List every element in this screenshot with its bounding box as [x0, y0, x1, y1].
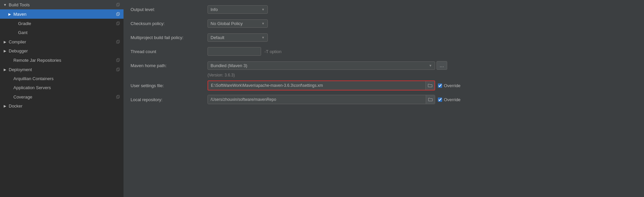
dots-label: …: [439, 63, 444, 68]
maven-home-value: Bundled (Maven 3): [211, 63, 427, 68]
user-settings-override-area: Override: [438, 83, 461, 88]
expand-arrow-build-tools: ▼: [3, 2, 7, 7]
sidebar-item-label: Gradle: [18, 21, 115, 26]
t-option-label: -T option: [264, 49, 281, 54]
sidebar-item-docker[interactable]: ▶ Docker: [0, 102, 124, 111]
local-repo-input-wrap: [208, 95, 435, 104]
thread-count-row: Thread count -T option: [131, 45, 637, 58]
maven-home-control: Bundled (Maven 3) ▼ …: [208, 61, 637, 70]
multiproject-policy-dropdown[interactable]: Default ▼: [208, 33, 268, 42]
sidebar-item-deployment[interactable]: ▶ Deployment: [0, 65, 124, 74]
output-level-dropdown[interactable]: Info ▼: [208, 5, 268, 14]
copy-icon: [115, 21, 121, 26]
multiproject-policy-row: Multiproject build fail policy: Default …: [131, 31, 637, 44]
multiproject-policy-label: Multiproject build fail policy:: [131, 35, 208, 40]
sidebar-item-label: Debugger: [9, 48, 121, 53]
sidebar-item-gradle[interactable]: ▶ Gradle: [0, 19, 124, 28]
local-repo-browse-button[interactable]: [426, 95, 435, 104]
local-repo-input[interactable]: [208, 95, 426, 104]
sidebar-item-maven[interactable]: ▶ Maven: [0, 9, 124, 19]
sidebar-item-gant[interactable]: ▶ Gant: [0, 28, 124, 37]
copy-icon: [115, 67, 121, 72]
sidebar-item-coverage[interactable]: ▶ Coverage: [0, 92, 124, 102]
user-settings-input[interactable]: [208, 81, 425, 90]
checksum-policy-value: No Global Policy: [211, 21, 259, 26]
svg-rect-13: [117, 95, 119, 98]
user-settings-override-checkbox[interactable]: [438, 83, 442, 88]
thread-count-label: Thread count: [131, 49, 208, 54]
checksum-policy-label: Checksum policy:: [131, 21, 208, 26]
output-level-label: Output level:: [131, 7, 208, 12]
multiproject-policy-control: Default ▼: [208, 33, 637, 42]
copy-icon: [115, 2, 121, 7]
settings-sidebar: ▼ Build Tools ▶ Maven ▶ Gradle: [0, 0, 124, 197]
sidebar-item-label: Remote Jar Repositories: [13, 58, 115, 63]
maven-settings-form: Output level: Info ▼ Checksum policy: No…: [124, 0, 644, 114]
svg-rect-1: [117, 3, 119, 6]
user-settings-control: Override: [208, 80, 637, 90]
local-repo-control: Override: [208, 95, 637, 104]
checksum-arrow-icon: ▼: [261, 22, 265, 25]
maven-home-label: Maven home path:: [131, 63, 208, 68]
folder-icon: [428, 83, 432, 87]
expand-arrow-compiler: ▶: [3, 39, 7, 44]
local-repo-override-area: Override: [438, 97, 461, 102]
sidebar-item-arquillian[interactable]: ▶ Arquillian Containers: [0, 74, 124, 83]
output-level-row: Output level: Info ▼: [131, 3, 637, 16]
svg-rect-0: [116, 4, 119, 6]
local-repo-row: Local repository: Override: [131, 93, 637, 106]
thread-count-input[interactable]: [208, 47, 261, 56]
expand-arrow-deployment: ▶: [3, 67, 7, 72]
copy-icon: [115, 11, 121, 17]
svg-rect-12: [116, 96, 119, 98]
svg-rect-4: [116, 22, 119, 25]
sidebar-item-label: Gant: [18, 30, 121, 35]
user-settings-browse-button[interactable]: [425, 81, 434, 90]
settings-content: Output level: Info ▼ Checksum policy: No…: [124, 0, 644, 197]
svg-rect-7: [117, 40, 119, 43]
checksum-policy-row: Checksum policy: No Global Policy ▼: [131, 17, 637, 30]
output-level-control: Info ▼: [208, 5, 637, 14]
user-settings-label: User settings file:: [131, 83, 208, 88]
multiproject-arrow-icon: ▼: [261, 36, 265, 39]
svg-rect-11: [117, 68, 119, 70]
svg-rect-6: [116, 41, 119, 43]
sidebar-item-label: Build Tools: [9, 2, 115, 7]
sidebar-item-debugger[interactable]: ▶ Debugger: [0, 46, 124, 55]
local-repo-label: Local repository:: [131, 97, 208, 102]
local-repo-override-label: Override: [444, 97, 461, 102]
multiproject-policy-value: Default: [211, 35, 259, 40]
svg-rect-2: [116, 13, 119, 16]
maven-home-dropdown[interactable]: Bundled (Maven 3) ▼: [208, 61, 435, 70]
maven-home-arrow-icon: ▼: [429, 64, 432, 67]
sidebar-item-label: Compiler: [9, 39, 115, 44]
maven-home-browse-button[interactable]: …: [436, 61, 447, 70]
sidebar-item-build-tools[interactable]: ▼ Build Tools: [0, 0, 124, 9]
sidebar-item-compiler[interactable]: ▶ Compiler: [0, 37, 124, 46]
sidebar-item-label: Arquillian Containers: [13, 76, 121, 81]
user-settings-row: User settings file: Override: [131, 79, 637, 92]
svg-rect-9: [117, 58, 119, 61]
expand-arrow-debugger: ▶: [3, 49, 7, 53]
expand-arrow-docker: ▶: [3, 104, 7, 109]
svg-rect-5: [117, 22, 119, 24]
local-repo-override-checkbox[interactable]: [438, 97, 442, 102]
copy-icon: [115, 57, 121, 63]
sidebar-item-label: Docker: [9, 104, 121, 109]
expand-arrow-maven: ▶: [7, 12, 12, 16]
svg-rect-3: [117, 12, 119, 15]
thread-count-control: -T option: [208, 47, 637, 56]
copy-icon: [115, 94, 121, 100]
checksum-policy-control: No Global Policy ▼: [208, 19, 637, 28]
maven-version-text: (Version: 3.6.3): [131, 73, 637, 77]
user-settings-input-wrap: [208, 80, 435, 90]
sidebar-item-label: Coverage: [13, 94, 115, 100]
svg-rect-8: [116, 59, 119, 62]
sidebar-item-label: Application Servers: [13, 85, 121, 90]
sidebar-item-app-servers[interactable]: ▶ Application Servers: [0, 83, 124, 92]
checksum-policy-dropdown[interactable]: No Global Policy ▼: [208, 19, 268, 28]
sidebar-item-remote-jar[interactable]: ▶ Remote Jar Repositories: [0, 55, 124, 65]
maven-home-row: Maven home path: Bundled (Maven 3) ▼ …: [131, 59, 637, 72]
copy-icon: [115, 39, 121, 44]
svg-rect-10: [116, 68, 119, 71]
